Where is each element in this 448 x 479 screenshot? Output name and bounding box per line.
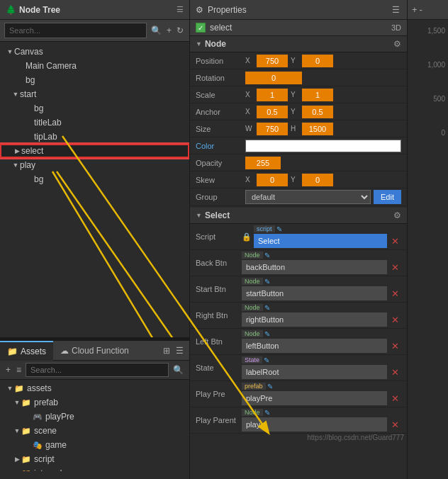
asset-item-game[interactable]: 🎭 game [0, 438, 189, 452]
node-section-header[interactable]: ▼ Node ⚙ [190, 36, 407, 52]
script-close-btn[interactable]: ✕ [389, 236, 401, 247]
lock-icon: 🔒 [242, 232, 252, 242]
search-icon[interactable]: 🔍 [150, 25, 163, 36]
play-pre-close-btn[interactable]: ✕ [389, 393, 401, 404]
panel-menu-icon[interactable]: ☰ [177, 5, 184, 14]
back-btn-edit-icon[interactable]: ✎ [264, 252, 270, 259]
play-pre-edit-icon[interactable]: ✎ [267, 383, 273, 390]
state-edit-icon[interactable]: ✎ [264, 356, 269, 364]
group-select[interactable]: default [245, 190, 371, 204]
node-section-gear[interactable]: ⚙ [393, 39, 401, 49]
size-w-input[interactable] [257, 123, 288, 135]
asset-item-assets[interactable]: ▼ 📁 assets [0, 381, 189, 395]
tree-item-bg1[interactable]: bg [0, 73, 189, 87]
zoom-out-icon[interactable]: - [420, 4, 422, 15]
zoom-in-icon[interactable]: + [412, 4, 418, 15]
color-picker[interactable] [245, 140, 401, 152]
node-tree-search-bar: 🔍 + ↻ [0, 20, 189, 42]
properties-menu-icon[interactable]: ☰ [391, 4, 401, 16]
left-btn-value-input[interactable] [242, 339, 387, 353]
script-value-input[interactable] [254, 234, 387, 248]
tab-assets[interactable]: 📁 Assets [0, 341, 53, 361]
properties-body: ▼ Node ⚙ Position X Y Rotation Scale [190, 36, 407, 479]
tree-item-tiplab[interactable]: tipLab [0, 130, 189, 144]
select-section-gear[interactable]: ⚙ [393, 210, 401, 220]
asset-item-internal[interactable]: ▶ 📁 internal [0, 466, 189, 471]
play-parent-field: Node ✎ ✕ [242, 409, 401, 432]
play-parent-close-btn[interactable]: ✕ [389, 419, 401, 430]
assets-panel-icon2[interactable]: ☰ [174, 345, 185, 356]
right-btn-edit-icon[interactable]: ✎ [264, 304, 270, 312]
folder-icon-prefab: 📁 [21, 398, 31, 407]
node-tree-search-input[interactable] [4, 23, 147, 38]
position-x-input[interactable] [257, 55, 288, 67]
svg-line-2 [52, 171, 177, 337]
add-asset-btn[interactable]: + [4, 364, 12, 376]
right-btn-value-input[interactable] [242, 312, 387, 327]
group-edit-button[interactable]: Edit [374, 190, 401, 204]
scene-header: + - [408, 0, 448, 20]
prefab-icon-playpre: 🎮 [33, 412, 43, 422]
right-btn-value-row: ✕ [242, 312, 401, 327]
start-btn-edit-icon[interactable]: ✎ [264, 278, 270, 286]
back-btn-close-btn[interactable]: ✕ [389, 262, 401, 273]
tree-item-bg2[interactable]: bg [0, 101, 189, 115]
play-parent-edit-icon[interactable]: ✎ [264, 409, 270, 417]
tab-cloud-function[interactable]: ☁ Cloud Function [53, 341, 136, 361]
node-tree-icon: 🌲 [6, 5, 16, 15]
anchor-y-input[interactable] [302, 106, 333, 118]
left-btn-close-btn[interactable]: ✕ [389, 341, 401, 351]
opacity-input[interactable] [245, 157, 281, 169]
node-tree-title: 🌲 Node Tree [6, 5, 60, 15]
state-close-btn[interactable]: ✕ [389, 367, 401, 378]
assets-search-icon[interactable]: 🔍 [172, 364, 185, 376]
prop-opacity: Opacity [190, 154, 407, 171]
tree-item-select[interactable]: ▶ select [0, 144, 189, 158]
color-fields [245, 140, 401, 152]
left-btn-edit-icon[interactable]: ✎ [264, 330, 270, 338]
scale-fields: X Y [245, 89, 401, 101]
position-y-input[interactable] [302, 55, 333, 67]
asset-item-script[interactable]: ▶ 📁 script [0, 452, 189, 466]
asset-item-scene[interactable]: ▼ 📁 scene [0, 424, 189, 438]
asset-list-btn[interactable]: ≡ [15, 364, 23, 376]
play-parent-value-input[interactable] [242, 417, 387, 432]
left-btn-field: Node ✎ ✕ [242, 330, 401, 353]
scene-ruler: 1,500 1,000 500 0 [408, 20, 448, 479]
node-name-label: select [210, 23, 232, 33]
tree-item-canvas[interactable]: ▼ Canvas [0, 45, 189, 59]
start-btn-value-input[interactable] [242, 286, 387, 300]
add-node-icon[interactable]: + [165, 25, 173, 36]
scale-y-input[interactable] [302, 89, 333, 101]
select-section-header[interactable]: ▼ Select ⚙ [190, 208, 407, 224]
node-tree-controls: ☰ [177, 5, 184, 14]
properties-header: ⚙ Properties ☰ [190, 0, 407, 20]
start-btn-close-btn[interactable]: ✕ [389, 288, 401, 299]
scale-x-input[interactable] [257, 89, 288, 101]
right-btn-close-btn[interactable]: ✕ [389, 315, 401, 325]
rotation-input[interactable] [245, 72, 302, 84]
refresh-icon[interactable]: ↻ [175, 25, 185, 36]
asset-item-playpre[interactable]: 🎮 playPre [0, 410, 189, 424]
tree-item-bg3[interactable]: bg [0, 172, 189, 186]
anchor-x-input[interactable] [257, 106, 288, 118]
skew-x-input[interactable] [257, 174, 288, 186]
group-fields: default Edit [245, 190, 401, 204]
back-btn-field: Node ✎ ✕ [242, 252, 401, 274]
assets-search-input[interactable] [26, 363, 169, 377]
script-field: script ✎ ✕ [254, 225, 401, 248]
back-btn-value-input[interactable] [242, 260, 387, 274]
tree-item-play[interactable]: ▼ play [0, 158, 189, 172]
skew-y-input[interactable] [302, 174, 333, 186]
prop-play-parent: Play Parent Node ✎ ✕ [190, 407, 407, 434]
script-edit-icon[interactable]: ✎ [276, 225, 282, 233]
play-pre-value-input[interactable] [242, 391, 387, 405]
state-value-input[interactable] [242, 365, 387, 379]
asset-item-prefab[interactable]: ▼ 📁 prefab [0, 395, 189, 410]
node-enable-checkbox[interactable]: ✓ [196, 23, 206, 33]
tree-item-titlelab[interactable]: titleLab [0, 115, 189, 130]
tree-item-start[interactable]: ▼ start [0, 87, 189, 101]
size-h-input[interactable] [302, 123, 333, 135]
assets-panel-icon1[interactable]: ⊞ [162, 345, 172, 356]
tree-item-main-camera[interactable]: Main Camera [0, 59, 189, 73]
